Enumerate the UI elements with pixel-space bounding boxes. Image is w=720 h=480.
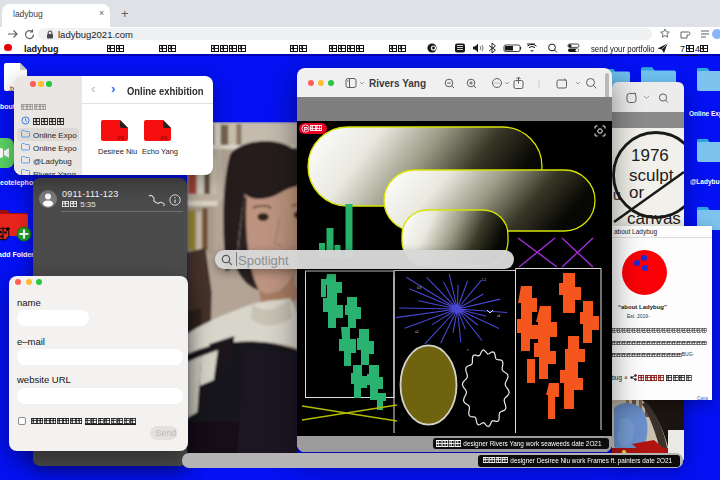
svg-text:or: or [629,183,644,202]
svg-text:a2: a2 [415,330,419,334]
svg-text:v: v [467,348,469,352]
svg-text:.jpg: .jpg [159,134,167,140]
svg-text:0.8: 0.8 [417,286,422,290]
svg-text:1.2: 1.2 [482,278,487,282]
svg-text:.jpg: .jpg [116,134,124,140]
svg-text:u: u [613,187,621,203]
svg-text:1976: 1976 [631,146,669,165]
svg-text:x4: x4 [497,314,501,318]
svg-text:P: P [304,125,308,132]
